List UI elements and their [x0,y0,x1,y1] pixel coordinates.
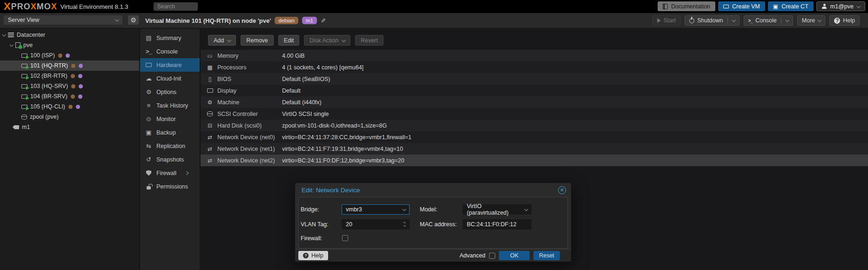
row-label: SCSI Controller [217,111,282,117]
dialog-footer: ? Help Advanced OK Reset [295,249,571,262]
menu-item-snapshots[interactable]: ↺ Snapshots [140,153,200,166]
row-label: Processors [217,64,282,71]
tag-dot-m1 [79,64,83,68]
spinner-arrows-icon[interactable] [404,222,405,227]
model-value: VirtIO (paravirtualized) [467,203,525,216]
play-icon [657,18,661,23]
chip-icon: ▯ [206,76,214,82]
add-button[interactable]: Add [208,35,236,46]
chevron-down-icon[interactable] [785,18,789,22]
book-icon [663,4,668,9]
tree-item-zpool[interactable]: zpool (pve) [0,112,139,122]
revert-label: Revert [361,37,378,44]
table-row-net2[interactable]: ⇄ Network Device (net2) virtio=BC:24:11:… [201,155,868,166]
menu-item-hardware[interactable]: Hardware [140,58,200,72]
user-menu-button[interactable]: m1@pve [816,1,865,11]
shutdown-label: Shutdown [697,17,723,24]
dialog-form: Bridge: vmbr3 Model: VirtIO (paravirtual… [298,197,568,249]
help-button-top[interactable]: ? Help [829,15,860,26]
bridge-value: vmbr3 [346,206,362,213]
mac-address-input[interactable]: BC:24:11:F0:DF:12 [463,219,532,230]
table-row-display[interactable]: Display Default [201,85,868,96]
tree-item-pve[interactable]: pve [0,40,139,50]
menu-item-summary[interactable]: ▤ Summary [140,31,200,45]
tree-item-datacenter[interactable]: Datacenter [0,30,139,40]
chevron-down-icon[interactable] [524,207,528,211]
vlan-tag-value: 20 [346,221,352,228]
tree-item-vm-100[interactable]: 100 (ISP) [0,50,139,61]
table-row-net0[interactable]: ⇄ Network Device (net0) virtio=BC:24:11:… [201,131,868,143]
table-row-net1[interactable]: ⇄ Network Device (net1) virtio=BC:24:11:… [201,143,868,155]
shutdown-button[interactable]: Shutdown [685,15,740,26]
menu-item-firewall[interactable]: Firewall [140,166,200,180]
bridge-label: Bridge: [301,204,319,215]
tree-item-vm-105[interactable]: 105 (HQ-CLI) [0,101,139,112]
chevron-down-icon[interactable] [9,43,13,47]
menu-item-permissions[interactable]: Permissions [140,180,200,193]
chevron-down-icon[interactable] [732,18,735,22]
cpu-icon: ▦ [206,64,214,71]
table-row-hard-disk[interactable]: ⊟ Hard Disk (scsi0) zpool:vm-101-disk-0,… [201,120,868,131]
advanced-checkbox[interactable] [489,253,495,259]
tree-item-vm-101[interactable]: 101 (HQ-RTR) [0,61,139,71]
revert-button[interactable]: Revert [355,35,384,46]
edit-network-device-dialog: Edit: Network Device ✕ Bridge: vmbr3 Mod… [295,182,572,262]
dialog-header[interactable]: Edit: Network Device ✕ [295,183,571,197]
chevron-down-icon[interactable] [402,207,406,211]
tag-dot-debian [68,105,73,109]
close-icon[interactable]: ✕ [558,186,566,194]
table-row-bios[interactable]: ▯ BIOS Default (SeaBIOS) [201,73,868,85]
view-selector[interactable]: Server View [4,15,122,25]
tree-item-vm-103[interactable]: 103 (HQ-SRV) [0,81,139,91]
table-row-scsi-controller[interactable]: SCSI Controller VirtIO SCSI single [201,108,868,120]
firewall-checkbox[interactable] [342,235,348,241]
table-row-machine[interactable]: ⚙ Machine Default (i440fx) [201,96,868,108]
table-row-memory[interactable]: ▭ Memory 4.00 GiB [201,50,868,61]
tree-item-vm-104[interactable]: 104 (BR-SRV) [0,91,139,101]
gears-icon: ⚙ [206,99,214,106]
menu-item-monitor[interactable]: ⊙ Monitor [140,112,200,126]
resource-tree: Datacenter pve 100 (ISP) 101 (HQ-RTR) 10… [0,29,140,270]
remove-button[interactable]: Remove [241,35,274,46]
tree-item-vm-102[interactable]: 102 (BR-RTR) [0,71,139,81]
more-button[interactable]: More [797,15,825,26]
tree-settings-button[interactable]: ⚙ [128,15,139,25]
ok-button[interactable]: OK [499,251,530,260]
start-label: Start [664,17,676,24]
logo-x-icon: X [4,1,11,12]
tree-item-tag-m1[interactable]: m1 [0,122,139,132]
disk-action-label: Disk Action [310,37,338,44]
network-icon: ⇄ [206,146,214,152]
edit-button[interactable]: Edit [278,35,300,46]
menu-item-replication[interactable]: ⇆ Replication [140,139,200,153]
create-ct-button[interactable]: ▣ Create CT [768,1,814,11]
create-vm-button[interactable]: Create VM [718,1,765,11]
proxmox-app: X PROXMOX Virtual Environment 8.1.3 Docu… [0,0,868,270]
disk-action-button[interactable]: Disk Action [304,35,350,46]
tag-dot-m1 [78,74,82,78]
reset-button[interactable]: Reset [533,251,560,260]
mac-address-value: BC:24:11:F0:DF:12 [467,221,517,228]
menu-item-task-history[interactable]: ≡ Task History [140,99,200,112]
dialog-help-button[interactable]: ? Help [298,251,328,260]
hardware-toolbar: Add Remove Edit Disk Action Revert [201,29,868,46]
chevron-down-icon[interactable] [2,33,6,36]
tag-dot-m1 [66,54,70,58]
table-row-processors[interactable]: ▦ Processors 4 (1 sockets, 4 cores) [qem… [201,61,868,73]
memory-icon: ▭ [206,53,214,59]
tag-dot-debian [71,94,75,99]
vlan-tag-spinner[interactable]: 20 [342,219,410,230]
documentation-button[interactable]: Documentation [658,1,715,11]
start-button[interactable]: Start [653,15,680,26]
tag-badge-m1: m1 [302,17,317,24]
edit-tags-icon[interactable]: ✎ [321,17,326,24]
model-combobox[interactable]: VirtIO (paravirtualized) [463,204,532,215]
search-input[interactable] [154,2,198,11]
edit-label: Edit [284,37,294,44]
console-button[interactable]: >_ Console [744,15,793,26]
menu-item-console[interactable]: >_ Console [140,45,200,58]
menu-item-cloud-init[interactable]: ☁ Cloud-Init [140,72,200,85]
menu-item-options[interactable]: ⚙ Options [140,85,200,99]
menu-item-backup[interactable]: ▣ Backup [140,126,200,139]
bridge-combobox[interactable]: vmbr3 [342,204,410,215]
